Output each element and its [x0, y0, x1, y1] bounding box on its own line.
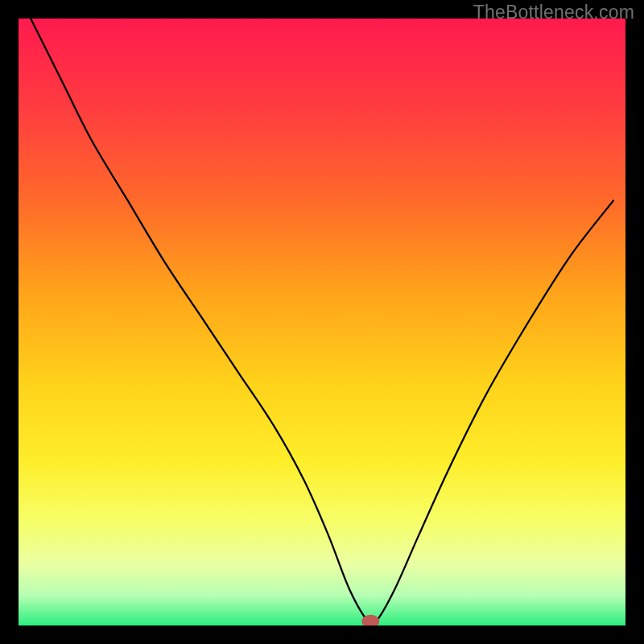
chart-frame: TheBottleneck.com [0, 0, 644, 644]
bottleneck-chart [19, 19, 625, 625]
plot-area [19, 19, 625, 625]
gradient-background [19, 19, 625, 625]
